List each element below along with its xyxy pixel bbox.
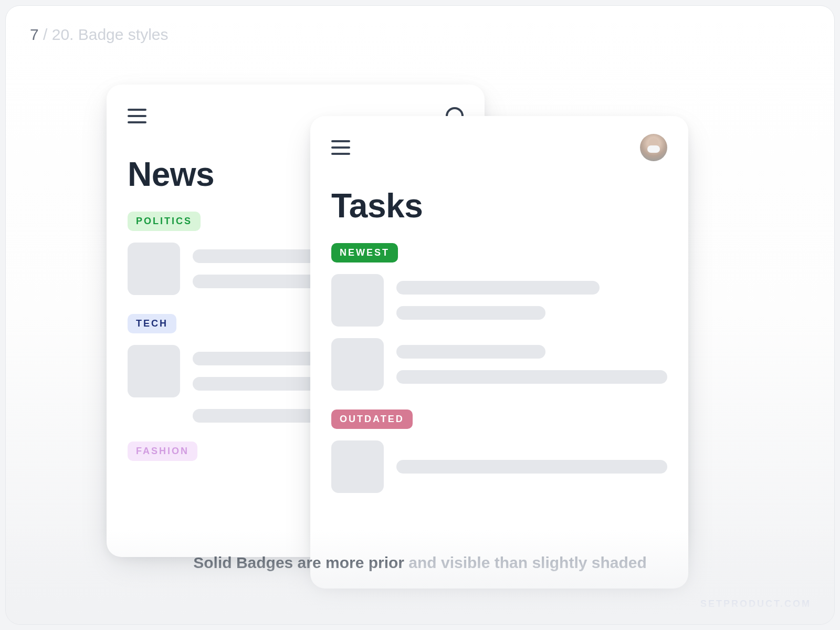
line-placeholder <box>396 281 600 295</box>
text-placeholder-group <box>396 274 667 327</box>
slide-number-current: 7 <box>30 26 39 43</box>
line-placeholder <box>396 370 667 384</box>
line-placeholder <box>396 345 545 359</box>
menu-icon[interactable] <box>128 109 146 123</box>
tasks-group-newest: NEWEST <box>331 243 667 391</box>
text-placeholder-group <box>396 338 667 391</box>
thumbnail-placeholder <box>331 274 384 327</box>
thumbnail-placeholder <box>331 338 384 391</box>
badge-fashion[interactable]: FASHION <box>128 442 197 461</box>
list-item <box>331 338 667 391</box>
watermark: SETPRODUCT.COM <box>700 598 811 610</box>
list-item <box>331 274 667 327</box>
slide-frame: 7 / 20. Badge styles News POLITICS <box>5 5 835 625</box>
thumbnail-placeholder <box>128 345 180 397</box>
card-tasks-topbar <box>331 135 667 160</box>
slide-number-total-title: 20. Badge styles <box>52 26 169 43</box>
badge-politics[interactable]: POLITICS <box>128 212 201 231</box>
card-tasks-title: Tasks <box>331 186 667 225</box>
tasks-group-outdated: OUTDATED <box>331 410 667 493</box>
text-placeholder-group <box>396 440 667 493</box>
badge-tech[interactable]: TECH <box>128 314 176 333</box>
list-item <box>331 440 667 493</box>
thumbnail-placeholder <box>128 243 180 295</box>
slide-caption: Solid Badges are more prior and visible … <box>6 554 834 572</box>
avatar[interactable] <box>640 134 667 161</box>
card-tasks: Tasks NEWEST <box>310 116 688 589</box>
caption-strong: Solid Badges are more prior <box>193 554 404 571</box>
badge-outdated[interactable]: OUTDATED <box>331 410 413 429</box>
badge-newest[interactable]: NEWEST <box>331 243 398 262</box>
slide-header: 7 / 20. Badge styles <box>30 26 169 44</box>
line-placeholder <box>396 306 545 320</box>
stage: News POLITICS TECH <box>6 85 834 624</box>
menu-icon[interactable] <box>331 140 350 155</box>
slide-number-separator: / <box>39 26 52 43</box>
caption-rest: and visible than slightly shaded <box>404 554 647 571</box>
line-placeholder <box>396 460 667 474</box>
thumbnail-placeholder <box>331 440 384 493</box>
